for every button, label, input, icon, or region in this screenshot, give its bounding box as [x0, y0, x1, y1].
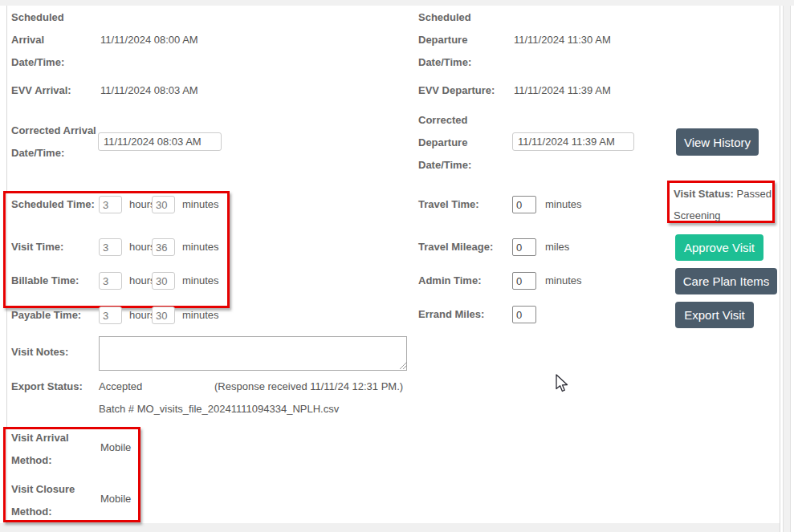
- visit-status-label: Visit Status:: [674, 188, 734, 200]
- minutes-unit-label: minutes: [182, 270, 219, 292]
- evv-arrival-value: 11/11/2024 08:03 AM: [100, 79, 198, 102]
- visit-notes-textarea[interactable]: [99, 336, 407, 371]
- visit-notes-label: Visit Notes:: [11, 341, 68, 363]
- visit-arrival-method-label: Visit Arrival Method:: [11, 427, 82, 472]
- care-plan-items-button[interactable]: Care Plan Items: [675, 268, 777, 294]
- panel-left-border: [6, 6, 7, 532]
- view-history-button[interactable]: View History: [676, 128, 759, 156]
- corrected-arrival-label: Corrected Arrival Date/Time:: [11, 120, 103, 164]
- top-strip: [0, 0, 794, 6]
- travel-time-input[interactable]: [512, 196, 536, 213]
- export-status-label: Export Status:: [11, 376, 83, 398]
- scheduled-time-minutes-input[interactable]: [152, 196, 175, 213]
- payable-time-label: Payable Time:: [11, 304, 81, 327]
- travel-mileage-label: Travel Mileage:: [418, 236, 493, 258]
- export-status-value: Accepted: [99, 376, 142, 398]
- travel-time-label: Travel Time:: [418, 193, 479, 216]
- evv-departure-label: EVV Departure:: [418, 79, 495, 102]
- corrected-departure-label: Corrected Departure Date/Time:: [418, 109, 487, 177]
- admin-time-label: Admin Time:: [418, 270, 482, 292]
- travel-mileage-input[interactable]: [512, 238, 536, 256]
- minutes-unit-label: minutes: [182, 236, 219, 258]
- payable-time-hours-input[interactable]: [99, 307, 122, 324]
- visit-closure-method-label: Visit Closure Method:: [11, 478, 87, 523]
- visit-time-minutes-input[interactable]: [152, 238, 175, 256]
- billable-time-hours-input[interactable]: [99, 272, 122, 290]
- visit-closure-method-value: Mobile: [100, 488, 131, 510]
- corrected-departure-input[interactable]: [512, 132, 634, 151]
- minutes-unit-label: minutes: [182, 193, 219, 216]
- visit-time-hours-input[interactable]: [99, 238, 122, 256]
- corrected-arrival-input[interactable]: [98, 132, 222, 151]
- evv-departure-value: 11/11/2024 11:39 AM: [514, 79, 611, 102]
- minutes-unit-label: minutes: [545, 270, 582, 292]
- admin-time-input[interactable]: [512, 272, 536, 290]
- billable-time-minutes-input[interactable]: [152, 272, 175, 290]
- footer-bar: [0, 523, 780, 532]
- export-visit-button[interactable]: Export Visit: [675, 302, 754, 328]
- scheduled-time-label: Scheduled Time:: [11, 193, 95, 216]
- errand-miles-label: Errand Miles:: [418, 303, 484, 326]
- visit-status: Visit Status: Passed Screening: [674, 183, 773, 226]
- scheduled-departure-label: Scheduled Departure Date/Time:: [418, 6, 487, 74]
- scheduled-arrival-value: 11/11/2024 08:00 AM: [100, 29, 198, 51]
- miles-unit-label: miles: [545, 236, 569, 258]
- minutes-unit-label: minutes: [545, 193, 582, 216]
- minutes-unit-label: minutes: [182, 304, 219, 327]
- evv-arrival-label: EVV Arrival:: [11, 79, 71, 102]
- scheduled-arrival-label: Scheduled Arrival Date/Time:: [11, 6, 77, 74]
- visit-time-label: Visit Time:: [11, 236, 63, 258]
- export-status-batch: Batch # MO_visits_file_20241111094334_NP…: [99, 398, 339, 420]
- payable-time-minutes-input[interactable]: [152, 307, 175, 324]
- visit-details-panel: Scheduled Arrival Date/Time: 11/11/2024 …: [0, 0, 794, 532]
- scheduled-departure-value: 11/11/2024 11:30 AM: [514, 29, 611, 51]
- mouse-cursor-icon: [555, 374, 570, 395]
- visit-arrival-method-value: Mobile: [100, 437, 131, 459]
- scrollbar-track[interactable]: [783, 6, 791, 532]
- export-status-response: (Response received 11/11/24 12:31 PM.): [214, 376, 403, 398]
- billable-time-label: Billable Time:: [11, 270, 79, 292]
- panel-right-border: [780, 6, 780, 532]
- approve-visit-button[interactable]: Approve Visit: [675, 234, 763, 261]
- scheduled-time-hours-input[interactable]: [99, 196, 122, 213]
- errand-miles-input[interactable]: [512, 306, 536, 323]
